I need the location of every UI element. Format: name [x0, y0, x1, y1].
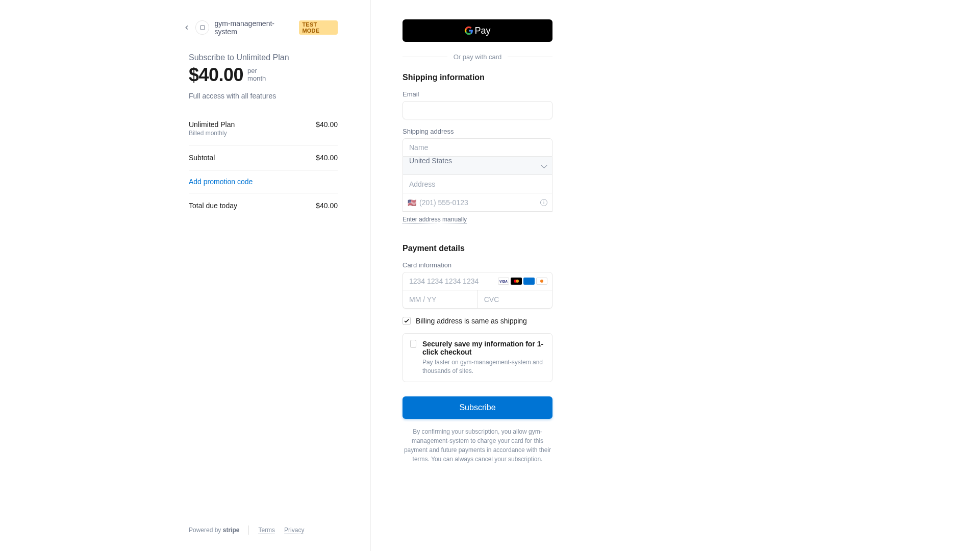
save-info-title: Securely save my information for 1-click…	[422, 340, 545, 356]
powered-by-text: Powered by stripe	[189, 527, 239, 534]
add-promotion-code-link[interactable]: Add promotion code	[189, 170, 338, 193]
plan-price: $40.00	[316, 120, 338, 129]
card-brand-icons: VISA	[498, 278, 547, 285]
plan-description: Full access with all features	[189, 92, 338, 100]
gpay-icon: Pay	[464, 26, 490, 36]
merchant-logo-icon	[195, 20, 209, 35]
amex-icon	[523, 278, 535, 285]
line-item-plan: Unlimited Plan $40.00	[189, 116, 338, 129]
legal-text: By confirming your subscription, you all…	[403, 427, 552, 464]
plan-name: Unlimited Plan	[189, 120, 235, 129]
merchant-name: gym-management-system	[214, 19, 294, 36]
order-summary-pane: gym-management-system TEST MODE Subscrib…	[0, 0, 371, 551]
discover-icon	[536, 278, 547, 285]
interval-line1: per	[247, 67, 257, 74]
name-input[interactable]	[403, 138, 552, 157]
subscribe-button[interactable]: Subscribe	[403, 396, 552, 419]
mastercard-icon	[511, 278, 522, 285]
gpay-label: Pay	[474, 26, 490, 36]
test-mode-badge: TEST MODE	[299, 20, 338, 35]
back-arrow-icon[interactable]	[183, 23, 190, 32]
save-info-checkbox[interactable]	[410, 340, 416, 348]
interval-line2: month	[247, 74, 266, 82]
card-expiry-input[interactable]	[403, 290, 478, 309]
address-input[interactable]	[403, 175, 552, 193]
flag-icon[interactable]: 🇺🇸	[408, 198, 416, 207]
shipping-address-label: Shipping address	[403, 128, 552, 135]
visa-icon: VISA	[498, 278, 509, 285]
total-amount: $40.00	[316, 202, 338, 210]
info-icon[interactable]: i	[540, 199, 547, 206]
card-cvc-input[interactable]	[478, 290, 552, 309]
subtotal-label: Subtotal	[189, 154, 215, 162]
plan-billing-note: Billed monthly	[189, 130, 338, 137]
or-divider: Or pay with card	[403, 53, 552, 61]
price-amount: $40.00	[189, 64, 243, 86]
card-label: Card information	[403, 261, 552, 269]
subtotal-amount: $40.00	[316, 154, 338, 162]
or-text: Or pay with card	[454, 53, 502, 61]
shipping-section-title: Shipping information	[403, 73, 552, 82]
merchant-header: gym-management-system TEST MODE	[183, 19, 338, 36]
google-pay-button[interactable]: Pay	[403, 19, 552, 42]
phone-input[interactable]	[403, 193, 552, 212]
save-info-box[interactable]: Securely save my information for 1-click…	[403, 333, 552, 382]
save-info-desc: Pay faster on gym-management-system and …	[422, 358, 545, 375]
footer-divider	[248, 525, 249, 535]
total-row: Total due today $40.00	[189, 193, 338, 218]
terms-link[interactable]: Terms	[258, 527, 275, 534]
billing-same-checkbox-row[interactable]: Billing address is same as shipping	[403, 317, 552, 325]
country-select[interactable]: United States	[403, 157, 552, 175]
price-row: $40.00 per month	[189, 64, 338, 86]
payment-section-title: Payment details	[403, 244, 552, 253]
email-label: Email	[403, 90, 552, 98]
svg-rect-0	[200, 26, 205, 30]
payment-form-pane: Pay Or pay with card Shipping informatio…	[371, 0, 585, 551]
enter-address-manually-link[interactable]: Enter address manually	[403, 216, 467, 223]
privacy-link[interactable]: Privacy	[284, 527, 304, 534]
total-label: Total due today	[189, 202, 237, 210]
price-interval: per month	[247, 67, 266, 83]
billing-same-label: Billing address is same as shipping	[416, 317, 527, 325]
stripe-logo-text: stripe	[223, 527, 240, 534]
footer: Powered by stripe Terms Privacy	[189, 525, 338, 535]
subtotal-row: Subtotal $40.00	[189, 145, 338, 170]
email-input[interactable]	[403, 101, 552, 119]
shipping-address-block: Shipping address United States 🇺🇸 i Ente…	[403, 128, 552, 236]
card-field-block: Card information VISA	[403, 261, 552, 309]
billing-same-checkbox[interactable]	[403, 317, 411, 325]
email-field-block: Email	[403, 90, 552, 119]
subscribe-title: Subscribe to Unlimited Plan	[189, 53, 338, 62]
powered-by-label: Powered by	[189, 527, 221, 534]
